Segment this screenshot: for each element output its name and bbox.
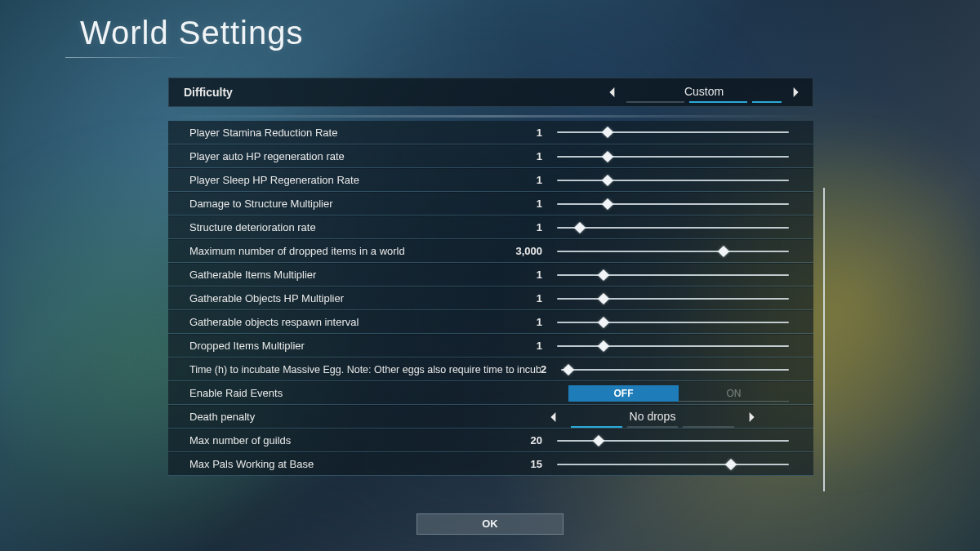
setting-label: Max Pals Working at Base: [189, 458, 508, 470]
slider-control: [557, 131, 813, 133]
setting-row: Gatherable objects respawn interval1: [168, 310, 813, 334]
slider-thumb[interactable]: [598, 316, 609, 327]
toggle: OFFON: [568, 385, 789, 402]
slider-thumb[interactable]: [598, 340, 609, 351]
setting-label: Damage to Structure Multiplier: [189, 198, 508, 210]
chevron-right-icon[interactable]: [746, 411, 757, 423]
setting-label: Gatherable Objects HP Multiplier: [189, 292, 508, 304]
slider[interactable]: [557, 156, 789, 158]
setting-value: 1: [508, 269, 557, 281]
setting-label: Max number of guilds: [189, 434, 508, 447]
setting-row: Player Stamina Reduction Rate1: [168, 121, 813, 144]
setting-row: Damage to Structure Multiplier1: [168, 192, 813, 216]
toggle-on[interactable]: ON: [679, 385, 789, 402]
slider-thumb[interactable]: [602, 127, 613, 138]
difficulty-value[interactable]: Custom: [626, 85, 782, 100]
slider[interactable]: [557, 464, 789, 465]
slider-thumb[interactable]: [602, 174, 613, 185]
row-selector: No drops: [508, 410, 813, 424]
setting-row: Death penaltyNo drops: [168, 405, 813, 429]
slider[interactable]: [557, 345, 789, 347]
setting-row: Player Sleep HP Regeneration Rate1: [168, 168, 813, 192]
chevron-left-icon[interactable]: [607, 87, 618, 98]
slider-control: [557, 440, 813, 442]
setting-row: Time (h) to incubate Massive Egg. Note: …: [168, 358, 813, 381]
setting-label: Gatherable objects respawn interval: [189, 316, 508, 328]
slider-thumb[interactable]: [598, 269, 609, 280]
slider-control: [557, 322, 813, 323]
panel-divider: [168, 115, 813, 118]
slider[interactable]: [557, 251, 789, 252]
setting-row: Structure deterioration rate1: [168, 216, 813, 239]
page-title: World Settings: [80, 15, 303, 51]
slider-thumb[interactable]: [725, 458, 737, 469]
setting-label: Gatherable Items Multiplier: [189, 269, 508, 281]
setting-value: 1: [508, 127, 557, 139]
setting-label: Dropped Items Multiplier: [189, 340, 508, 352]
setting-label: Enable Raid Events: [189, 387, 508, 399]
slider-control: [557, 274, 813, 276]
slider-control: [557, 464, 813, 465]
setting-value: 20: [508, 434, 557, 447]
slider-control: [557, 156, 813, 158]
slider-control: [561, 369, 813, 371]
slider-thumb[interactable]: [602, 198, 613, 209]
slider-control: [557, 180, 813, 181]
settings-panel: Difficulty Custom Player Stamina Reducti…: [168, 78, 813, 476]
setting-value: 1: [508, 221, 557, 233]
slider-thumb[interactable]: [593, 434, 604, 446]
slider-thumb[interactable]: [602, 150, 613, 162]
setting-value: 1: [508, 340, 557, 352]
slider-thumb[interactable]: [563, 363, 574, 375]
setting-label: Player Sleep HP Regeneration Rate: [189, 174, 508, 186]
title-underline: [65, 57, 188, 58]
setting-value: 1: [508, 150, 557, 162]
setting-row: Enable Raid EventsOFFON: [168, 381, 813, 405]
toggle-control: OFFON: [508, 385, 813, 402]
slider[interactable]: [557, 131, 789, 133]
setting-label: Time (h) to incubate Massive Egg. Note: …: [189, 364, 541, 375]
toggle-off[interactable]: OFF: [568, 385, 679, 402]
setting-value: 1: [508, 316, 557, 328]
slider[interactable]: [557, 227, 789, 229]
slider[interactable]: [557, 274, 789, 276]
setting-value: 1: [508, 292, 557, 304]
slider-thumb[interactable]: [598, 292, 609, 304]
slider-thumb[interactable]: [718, 245, 729, 256]
slider-control: [557, 227, 813, 229]
difficulty-label: Difficulty: [184, 86, 527, 99]
scrollbar[interactable]: [823, 188, 825, 491]
setting-value: 2: [541, 363, 561, 375]
slider[interactable]: [561, 369, 789, 371]
chevron-left-icon[interactable]: [548, 411, 559, 423]
setting-row: Dropped Items Multiplier1: [168, 334, 813, 358]
chevron-right-icon[interactable]: [790, 87, 801, 98]
setting-label: Structure deterioration rate: [189, 221, 508, 233]
slider[interactable]: [557, 440, 789, 442]
setting-value: 3,000: [508, 245, 557, 257]
slider[interactable]: [557, 203, 789, 205]
setting-row: Gatherable Items Multiplier1: [168, 263, 813, 287]
slider-control: [557, 203, 813, 205]
setting-label: Player auto HP regeneration rate: [189, 150, 508, 162]
slider-control: [557, 345, 813, 347]
slider-thumb[interactable]: [574, 221, 586, 233]
difficulty-selector: Custom: [527, 85, 801, 100]
setting-label: Death penalty: [189, 411, 508, 423]
setting-label: Maximum number of dropped items in a wor…: [189, 245, 508, 257]
slider[interactable]: [557, 298, 789, 300]
slider-control: [557, 298, 813, 300]
setting-row: Max number of guilds20: [168, 429, 813, 452]
setting-row: Maximum number of dropped items in a wor…: [168, 239, 813, 263]
slider[interactable]: [557, 322, 789, 323]
setting-label: Player Stamina Reduction Rate: [189, 127, 508, 139]
selector-value[interactable]: No drops: [571, 410, 734, 424]
setting-value: 1: [508, 174, 557, 186]
slider-control: [557, 251, 813, 252]
setting-value: 15: [508, 458, 557, 470]
setting-row: Gatherable Objects HP Multiplier1: [168, 287, 813, 310]
slider[interactable]: [557, 180, 789, 181]
difficulty-row: Difficulty Custom: [168, 78, 813, 107]
ok-button[interactable]: OK: [416, 513, 564, 535]
setting-row: Max Pals Working at Base15: [168, 452, 813, 476]
